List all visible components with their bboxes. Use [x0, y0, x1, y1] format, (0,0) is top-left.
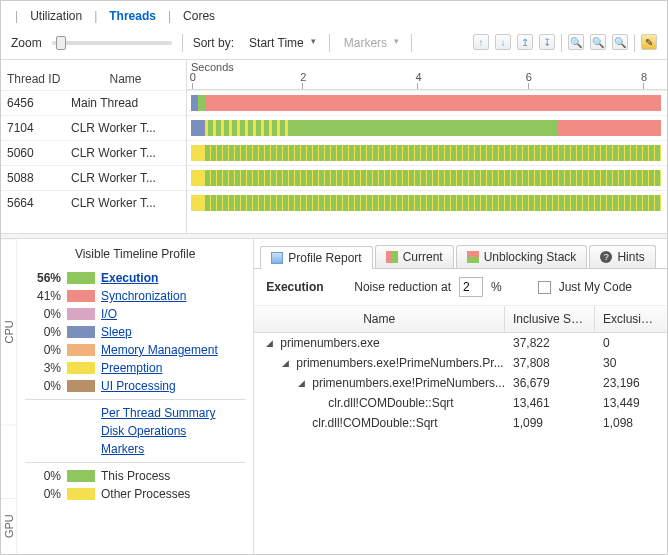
swatch: [67, 380, 95, 392]
thread-bar[interactable]: [187, 115, 667, 140]
ruler-label: Seconds: [191, 61, 234, 73]
tab-threads[interactable]: Threads: [105, 7, 160, 25]
gpu-this: 0%This Process: [25, 467, 245, 485]
thread-bar[interactable]: [187, 140, 667, 165]
row-name: clr.dll!COMDouble::Sqrt: [312, 416, 437, 430]
thread-bars: [187, 90, 667, 233]
move-top-icon[interactable]: ↥: [517, 34, 533, 50]
zoom-slider[interactable]: [52, 41, 172, 45]
divider: |: [9, 9, 24, 23]
legend-pct: 0%: [25, 325, 61, 339]
thread-row[interactable]: 6456Main Thread: [1, 90, 186, 115]
expander-icon[interactable]: ◢: [266, 338, 276, 348]
thread-name: Main Thread: [71, 96, 180, 110]
thread-bar[interactable]: [187, 190, 667, 215]
hints-icon: ?: [600, 251, 612, 263]
move-up-icon[interactable]: ↑: [473, 34, 489, 50]
current-icon: [386, 251, 398, 263]
noise-input[interactable]: [459, 277, 483, 297]
legend-link[interactable]: Per Thread Summary: [101, 406, 216, 420]
zoom-label: Zoom: [11, 36, 42, 50]
markers-dropdown[interactable]: Markers: [340, 34, 401, 52]
legend-link[interactable]: Disk Operations: [101, 424, 186, 438]
tick: 4: [415, 71, 421, 83]
tick: 8: [641, 71, 647, 83]
zoom-thumb[interactable]: [56, 36, 66, 50]
table-row[interactable]: ◢primenumbers.exe!PrimeNumbers...36,6792…: [254, 373, 667, 393]
table-row[interactable]: ◢primenumbers.exe37,8220: [254, 333, 667, 353]
legend-link[interactable]: Markers: [101, 442, 144, 456]
visible-timeline-profile: CPU GPU Visible Timeline Profile 56%Exec…: [1, 239, 254, 554]
thread-id: 5060: [7, 146, 71, 160]
link-markers: Markers: [25, 440, 245, 458]
thread-bar[interactable]: [187, 165, 667, 190]
view-tabs: | Utilization | Threads | Cores: [1, 1, 667, 31]
time-ruler: Seconds 0 2 4 6 8: [187, 60, 667, 90]
thread-row[interactable]: 5060CLR Worker T...: [1, 140, 186, 165]
tab-current[interactable]: Current: [375, 245, 454, 268]
tab-unblocking[interactable]: Unblocking Stack: [456, 245, 588, 268]
row-excl: 30: [595, 356, 667, 370]
table-row[interactable]: ◢primenumbers.exe!PrimeNumbers.Pr...37,8…: [254, 353, 667, 373]
row-name: primenumbers.exe!PrimeNumbers...: [312, 376, 505, 390]
swatch: [67, 362, 95, 374]
thread-id: 5088: [7, 171, 71, 185]
divider: [411, 34, 412, 52]
timeline-canvas[interactable]: Seconds 0 2 4 6 8: [187, 60, 667, 233]
zoom-tool-icon[interactable]: 🔍: [568, 34, 584, 50]
row-name: primenumbers.exe!PrimeNumbers.Pr...: [296, 356, 503, 370]
legend-link[interactable]: Preemption: [101, 361, 162, 375]
zoom-fit-icon[interactable]: 🔍: [612, 34, 628, 50]
legend-memory: 0%Memory Management: [25, 341, 245, 359]
row-incl: 37,808: [505, 356, 595, 370]
row-name: primenumbers.exe: [280, 336, 379, 350]
legend-label: This Process: [101, 469, 170, 483]
swatch: [67, 290, 95, 302]
thread-row[interactable]: 5088CLR Worker T...: [1, 165, 186, 190]
col-inclusive[interactable]: Inclusive Sam...: [505, 306, 595, 332]
highlight-icon[interactable]: ✎: [641, 34, 657, 50]
just-my-code-checkbox[interactable]: [538, 281, 551, 294]
table-row[interactable]: clr.dll!COMDouble::Sqrt13,46113,449: [254, 393, 667, 413]
expander-icon[interactable]: ◢: [282, 358, 292, 368]
expander-icon[interactable]: ◢: [298, 378, 308, 388]
sort-select[interactable]: Start Time: [244, 33, 319, 53]
thread-bar[interactable]: [187, 90, 667, 115]
pct-label: %: [491, 280, 502, 294]
tab-cores[interactable]: Cores: [179, 7, 219, 25]
toolbar-icons: ↑ ↓ ↥ ↧ 🔍 🔍 🔍 ✎: [473, 34, 657, 52]
col-name[interactable]: Name: [254, 306, 505, 332]
category-rail: CPU GPU: [1, 239, 17, 554]
move-bottom-icon[interactable]: ↧: [539, 34, 555, 50]
legend-pct: 0%: [25, 307, 61, 321]
thread-row[interactable]: 5664CLR Worker T...: [1, 190, 186, 215]
legend-link[interactable]: Synchronization: [101, 289, 186, 303]
row-incl: 36,679: [505, 376, 595, 390]
thread-id: 7104: [7, 121, 71, 135]
swatch: [67, 488, 95, 500]
legend-link[interactable]: Execution: [101, 271, 158, 285]
gpu-label: GPU: [1, 498, 16, 554]
col-exclusive[interactable]: Exclusive...: [595, 306, 667, 332]
legend-link[interactable]: Sleep: [101, 325, 132, 339]
links-rail: [1, 424, 16, 498]
legend-pct: 0%: [25, 469, 61, 483]
legend-link[interactable]: UI Processing: [101, 379, 176, 393]
legend-link[interactable]: Memory Management: [101, 343, 218, 357]
tab-utilization[interactable]: Utilization: [26, 7, 86, 25]
profile-report: Profile Report Current Unblocking Stack …: [254, 239, 667, 554]
zoom-reset-icon[interactable]: 🔍: [590, 34, 606, 50]
table-row[interactable]: clr.dll!COMDouble::Sqrt1,0991,098: [254, 413, 667, 433]
legend-label: Other Processes: [101, 487, 190, 501]
legend-link[interactable]: I/O: [101, 307, 117, 321]
swatch: [67, 344, 95, 356]
tab-hints[interactable]: ?Hints: [589, 245, 655, 268]
thread-row[interactable]: 7104CLR Worker T...: [1, 115, 186, 140]
divider: |: [88, 9, 103, 23]
toolbar: Zoom Sort by: Start Time Markers ↑ ↓ ↥ ↧…: [1, 31, 667, 59]
divider: |: [162, 9, 177, 23]
tab-profile-report[interactable]: Profile Report: [260, 246, 372, 269]
timeline: Thread ID Name 6456Main Thread 7104CLR W…: [1, 59, 667, 233]
legend-pct: 0%: [25, 343, 61, 357]
move-down-icon[interactable]: ↓: [495, 34, 511, 50]
